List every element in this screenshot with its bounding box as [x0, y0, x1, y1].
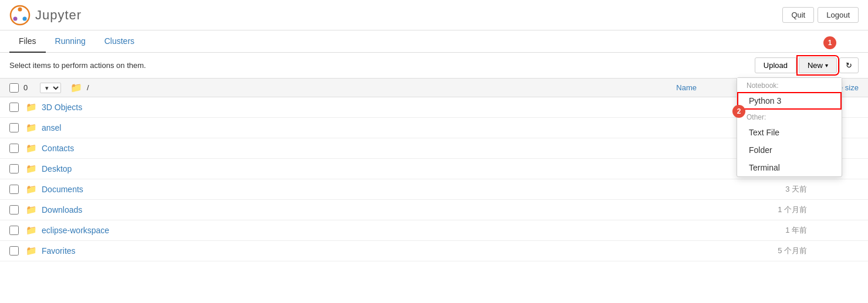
table-row: 📁 Documents 3 天前 [0, 179, 868, 200]
svg-point-2 [13, 16, 18, 21]
logout-button[interactable]: Logout [818, 7, 859, 23]
file-name[interactable]: ansel [42, 123, 697, 132]
folder-icon: 📁 [26, 225, 37, 236]
file-checkbox[interactable] [9, 226, 19, 235]
annotation-1: 1 [823, 36, 836, 49]
tab-bar: Files Running Clusters [0, 30, 868, 53]
python3-option[interactable]: 2 Python 3 [737, 92, 842, 110]
tab-files[interactable]: Files [9, 30, 46, 53]
sort-name[interactable]: Name [676, 83, 697, 92]
toolbar: Select items to perform actions on them.… [0, 53, 868, 78]
tab-running[interactable]: Running [46, 30, 95, 53]
file-name[interactable]: eclipse-workspace [42, 226, 697, 235]
text-file-option[interactable]: Text File [737, 124, 842, 141]
upload-button[interactable]: Upload [755, 57, 796, 73]
logo: Jupyter [9, 5, 82, 26]
file-checkbox[interactable] [9, 205, 19, 215]
file-modified: 5 个月前 [701, 246, 807, 256]
file-name[interactable]: Downloads [42, 205, 697, 215]
select-all-checkbox[interactable] [9, 83, 19, 93]
folder-icon: 📁 [26, 102, 37, 113]
header-buttons: Quit Logout [782, 7, 859, 23]
header: Jupyter Quit Logout [0, 0, 868, 30]
file-name[interactable]: Contacts [42, 144, 697, 153]
table-row: 📁 eclipse-workspace 1 年前 [0, 220, 868, 241]
jupyter-logo-icon [9, 5, 31, 26]
refresh-icon: ↻ [846, 61, 852, 70]
file-checkbox[interactable] [9, 123, 19, 132]
file-checkbox[interactable] [9, 185, 19, 194]
select-hint: Select items to perform actions on them. [9, 61, 146, 70]
folder-icon: 📁 [26, 164, 37, 174]
toolbar-right: 1 Upload New ▾ ↻ Notebook: 2 Python 3 Ot… [755, 57, 859, 73]
folder-icon: 📁 [26, 184, 37, 195]
folder-icon: 📁 [26, 143, 37, 154]
file-modified: 1 年前 [701, 225, 807, 236]
logo-text: Jupyter [35, 8, 82, 23]
file-checkbox[interactable] [9, 103, 19, 112]
notebook-section-label: Notebook: [737, 78, 842, 92]
folder-icon: 📁 [26, 122, 37, 133]
annotation-2: 2 [732, 105, 745, 118]
file-name[interactable]: Desktop [42, 164, 697, 173]
selected-count: 0 [23, 83, 35, 92]
tab-clusters[interactable]: Clusters [95, 30, 144, 53]
table-row: 📁 Favorites 5 个月前 [0, 241, 868, 261]
folder-icon: 📁 [70, 82, 82, 93]
new-button-label: New [808, 61, 823, 70]
file-modified: 3 天前 [701, 184, 807, 195]
folder-icon: 📁 [26, 205, 37, 215]
quit-button[interactable]: Quit [782, 7, 814, 23]
svg-point-1 [18, 7, 22, 11]
terminal-option[interactable]: Terminal [737, 159, 842, 176]
other-section-label: Other: [737, 110, 842, 124]
current-path: / [87, 83, 89, 92]
file-checkbox[interactable] [9, 246, 19, 256]
file-name[interactable]: 3D Objects [42, 103, 697, 112]
folder-icon: 📁 [26, 246, 37, 256]
new-dropdown-menu: Notebook: 2 Python 3 Other: Text File Fo… [737, 77, 842, 177]
file-name[interactable]: Favorites [42, 246, 697, 256]
new-button-caret: ▾ [825, 62, 828, 69]
file-checkbox[interactable] [9, 144, 19, 153]
svg-point-3 [23, 16, 27, 21]
action-dropdown[interactable]: ▾ [40, 83, 61, 93]
new-button[interactable]: New ▾ [799, 57, 837, 73]
file-modified: 1 个月前 [701, 205, 807, 215]
table-row: 📁 Downloads 1 个月前 [0, 200, 868, 220]
file-checkbox[interactable] [9, 164, 19, 173]
refresh-button[interactable]: ↻ [839, 57, 859, 73]
file-name[interactable]: Documents [42, 185, 697, 194]
folder-option[interactable]: Folder [737, 141, 842, 159]
